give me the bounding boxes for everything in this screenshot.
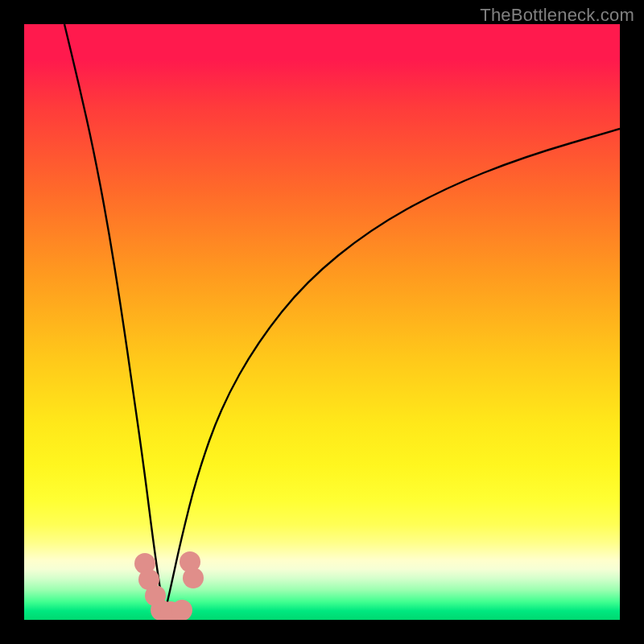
data-point-marker	[171, 600, 192, 620]
plot-area	[24, 24, 620, 620]
chart-frame: TheBottleneck.com	[0, 0, 644, 644]
data-point-marker	[183, 568, 204, 588]
watermark-text: TheBottleneck.com	[480, 5, 634, 26]
data-markers	[24, 24, 620, 620]
